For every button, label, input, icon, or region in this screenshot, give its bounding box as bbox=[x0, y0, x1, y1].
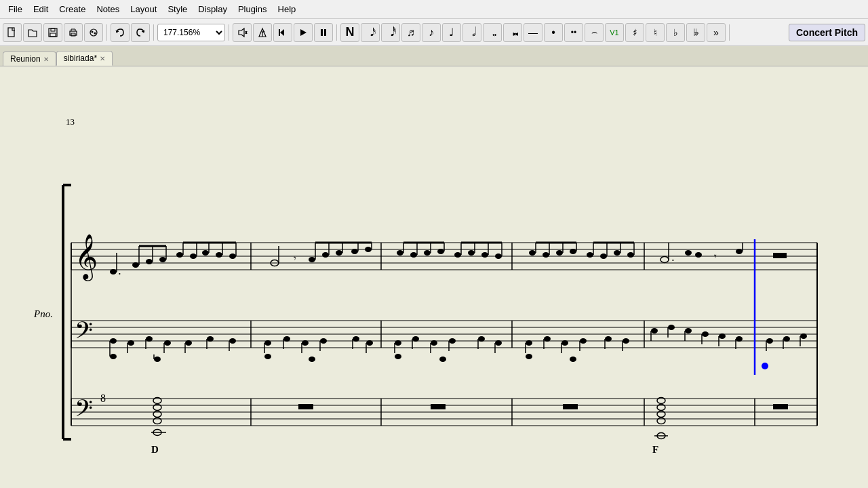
voice1-button[interactable]: V1 bbox=[605, 23, 624, 42]
rest-button[interactable]: — bbox=[524, 23, 542, 42]
svg-point-207 bbox=[736, 336, 743, 342]
svg-point-211 bbox=[783, 336, 790, 342]
tab-sibiriada-close[interactable]: ✕ bbox=[100, 55, 105, 62]
menu-create[interactable]: Create bbox=[54, 3, 91, 16]
note-16th[interactable]: ♬ bbox=[401, 23, 420, 42]
svg-point-126 bbox=[627, 252, 634, 258]
svg-point-199 bbox=[668, 325, 675, 330]
double-dot-button[interactable]: •• bbox=[564, 23, 583, 42]
note-whole[interactable]: 𝅝 bbox=[483, 23, 502, 42]
pause-button[interactable] bbox=[314, 23, 333, 42]
print-button[interactable] bbox=[64, 23, 83, 42]
tab-reunion[interactable]: Reunion ✕ bbox=[3, 52, 56, 66]
menu-notes[interactable]: Notes bbox=[91, 3, 125, 16]
tab-sibiriada[interactable]: sibiriada* ✕ bbox=[56, 51, 113, 66]
redo-button[interactable] bbox=[131, 23, 150, 42]
note-32nd[interactable]: 𝅘𝅥𝅰 bbox=[381, 23, 400, 42]
svg-point-113 bbox=[542, 252, 549, 258]
note-quarter[interactable]: ♩ bbox=[442, 23, 461, 42]
treble-clef: 𝄞 bbox=[75, 234, 98, 281]
svg-point-185 bbox=[544, 336, 551, 342]
natural-button[interactable]: ♮ bbox=[646, 23, 665, 42]
sep1 bbox=[106, 24, 107, 41]
svg-marker-9 bbox=[239, 28, 244, 37]
bass-clef-lower: 𝄢 bbox=[75, 396, 93, 427]
menu-file[interactable]: File bbox=[3, 3, 28, 16]
undo-button[interactable] bbox=[111, 23, 130, 42]
menu-display[interactable]: Display bbox=[193, 3, 233, 16]
menu-edit[interactable]: Edit bbox=[28, 3, 54, 16]
new-button[interactable] bbox=[3, 23, 22, 42]
svg-text:8: 8 bbox=[100, 392, 106, 404]
svg-point-84 bbox=[322, 252, 329, 258]
svg-point-153 bbox=[229, 338, 236, 344]
svg-point-139 bbox=[127, 340, 134, 346]
svg-point-209 bbox=[766, 338, 773, 344]
svg-point-187 bbox=[561, 340, 568, 346]
pno-label: Pno. bbox=[33, 308, 53, 319]
svg-point-181 bbox=[495, 340, 502, 346]
note-breve[interactable]: 𝅜 bbox=[503, 23, 522, 42]
metronome-button[interactable] bbox=[253, 23, 272, 42]
concert-pitch-label[interactable]: Concert Pitch bbox=[789, 24, 865, 41]
dot-button[interactable]: • bbox=[544, 23, 563, 42]
sharp-button[interactable]: ♯ bbox=[625, 23, 644, 42]
mute-button[interactable] bbox=[233, 23, 252, 42]
note-input-button[interactable]: N bbox=[340, 23, 359, 42]
note-64th[interactable]: 𝅘𝅥𝅯 bbox=[361, 23, 380, 42]
svg-point-135 bbox=[736, 249, 743, 254]
tab-reunion-close[interactable]: ✕ bbox=[43, 56, 49, 63]
rewind-button[interactable] bbox=[273, 23, 292, 42]
svg-point-213 bbox=[800, 333, 807, 339]
svg-point-173 bbox=[431, 340, 437, 346]
svg-point-132 bbox=[685, 250, 692, 256]
whole-rest-treble bbox=[773, 253, 787, 258]
whole-rest-m3 bbox=[431, 404, 446, 409]
toolbar: 177.156% 100% 150% 200% N 𝅘𝅥𝅯 𝅘𝅥𝅰 ♬ ♪ ♩ … bbox=[0, 19, 868, 46]
svg-point-86 bbox=[336, 250, 342, 256]
svg-point-197 bbox=[651, 328, 658, 333]
sep5 bbox=[729, 24, 730, 41]
note-half[interactable]: 𝅗𝅥 bbox=[462, 23, 481, 42]
flat-button[interactable]: ♭ bbox=[666, 23, 685, 42]
menu-style[interactable]: Style bbox=[162, 3, 193, 16]
svg-point-90 bbox=[365, 247, 372, 252]
svg-point-7 bbox=[92, 30, 94, 33]
svg-point-183 bbox=[526, 340, 532, 346]
mixer-button[interactable] bbox=[84, 23, 103, 42]
svg-point-205 bbox=[719, 333, 726, 339]
chord-f: F bbox=[652, 444, 658, 455]
svg-point-192 bbox=[570, 357, 576, 362]
menu-plugins[interactable]: Plugins bbox=[233, 3, 273, 16]
svg-point-102 bbox=[454, 252, 461, 258]
sep3 bbox=[229, 24, 229, 41]
menu-help[interactable]: Help bbox=[273, 3, 302, 16]
sep2 bbox=[153, 24, 154, 41]
menu-layout[interactable]: Layout bbox=[125, 3, 162, 16]
cursor-dot bbox=[762, 363, 768, 369]
svg-point-179 bbox=[478, 336, 485, 342]
svg-text:•: • bbox=[672, 257, 674, 263]
svg-point-117 bbox=[570, 249, 576, 254]
svg-point-155 bbox=[264, 340, 271, 346]
svg-point-72 bbox=[202, 250, 209, 256]
sep4 bbox=[336, 24, 337, 41]
tab-reunion-label: Reunion bbox=[10, 54, 41, 64]
svg-point-99 bbox=[437, 249, 444, 254]
zoom-select[interactable]: 177.156% 100% 150% 200% bbox=[157, 24, 225, 41]
svg-point-133 bbox=[695, 252, 702, 258]
svg-point-177 bbox=[395, 354, 401, 359]
play-button[interactable] bbox=[294, 23, 313, 42]
svg-point-165 bbox=[353, 336, 359, 342]
tie-button[interactable]: ⌢ bbox=[585, 23, 604, 42]
double-flat-button[interactable]: 𝄫 bbox=[686, 23, 705, 42]
svg-text:𝄾: 𝄾 bbox=[294, 256, 296, 260]
save-button[interactable] bbox=[43, 23, 62, 42]
open-button[interactable] bbox=[23, 23, 42, 42]
whole-rest-m2 bbox=[298, 404, 313, 409]
more-button[interactable]: » bbox=[707, 23, 726, 42]
tabs-bar: Reunion ✕ sibiriada* ✕ bbox=[0, 46, 868, 66]
svg-rect-3 bbox=[50, 33, 56, 37]
svg-point-149 bbox=[185, 340, 192, 346]
note-8th[interactable]: ♪ bbox=[422, 23, 441, 42]
